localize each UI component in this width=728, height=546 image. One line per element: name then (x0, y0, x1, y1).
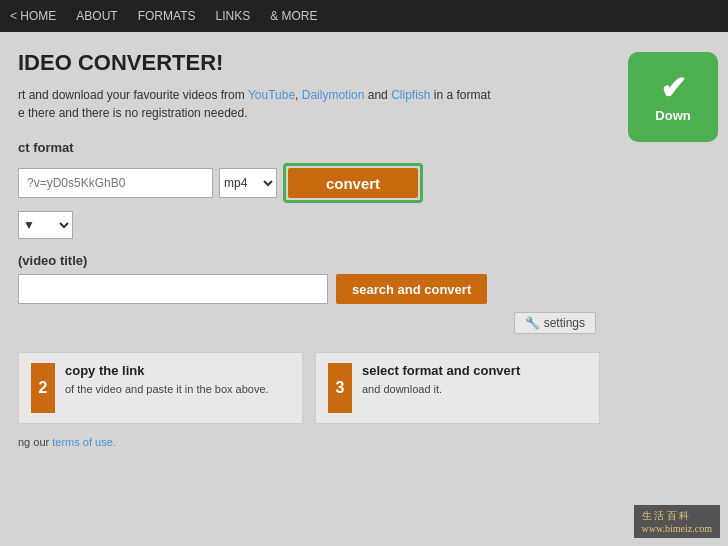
step-3-content: select format and convert and download i… (362, 363, 520, 397)
search-convert-button[interactable]: search and convert (336, 274, 487, 304)
nav-formats[interactable]: FORMATS (138, 9, 196, 23)
search-row: search and convert (18, 274, 600, 304)
nav-more[interactable]: & MORE (270, 9, 317, 23)
step-3-title: select format and convert (362, 363, 520, 378)
terms-link[interactable]: terms of use. (52, 436, 116, 448)
steps-row: 2 copy the link of the video and paste i… (18, 352, 600, 424)
settings-row: 🔧 settings (18, 312, 596, 334)
nav-links[interactable]: LINKS (215, 9, 250, 23)
section-label-format: ct format (18, 140, 600, 155)
step-2-title: copy the link (65, 363, 269, 378)
nav-about[interactable]: ABOUT (76, 9, 117, 23)
step-2-number: 2 (31, 363, 55, 413)
audio-row: ▼ (18, 211, 600, 239)
top-nav: < HOME ABOUT FORMATS LINKS & MORE (0, 0, 728, 32)
url-input[interactable] (18, 168, 213, 198)
download-label: Down (655, 108, 690, 123)
dailymotion-link[interactable]: Dailymotion (302, 88, 365, 102)
checkmark-icon: ✔ (660, 72, 687, 104)
terms-row: ng our terms of use. (18, 436, 600, 448)
clipfish-link[interactable]: Clipfish (391, 88, 430, 102)
step-3-box: 3 select format and convert and download… (315, 352, 600, 424)
settings-button[interactable]: 🔧 settings (514, 312, 596, 334)
format-select[interactable]: mp4 mp3 avi flv (219, 168, 277, 198)
search-input[interactable] (18, 274, 328, 304)
convert-button[interactable]: convert (288, 168, 418, 198)
watermark: 生 活 百 科 www.bimeiz.com (634, 505, 720, 538)
main-content: IDEO CONVERTER! rt and download your fav… (0, 32, 728, 546)
search-label: (video title) (18, 253, 600, 268)
step-3-number: 3 (328, 363, 352, 413)
youtube-link[interactable]: YouTube (248, 88, 295, 102)
description: rt and download your favourite videos fr… (18, 86, 600, 122)
page-title: IDEO CONVERTER! (18, 50, 600, 76)
right-panel: ✔ Down (618, 32, 728, 546)
nav-home[interactable]: < HOME (10, 9, 56, 23)
settings-label: settings (544, 316, 585, 330)
audio-select[interactable]: ▼ (18, 211, 73, 239)
step-2-description: of the video and paste it in the box abo… (65, 382, 269, 397)
step-2-box: 2 copy the link of the video and paste i… (18, 352, 303, 424)
step-2-content: copy the link of the video and paste it … (65, 363, 269, 397)
step-3-description: and download it. (362, 382, 520, 397)
watermark-line2: www.bimeiz.com (642, 523, 712, 534)
watermark-line1: 生 活 百 科 (642, 509, 712, 523)
convert-btn-wrapper: convert (283, 163, 423, 203)
download-button-big[interactable]: ✔ Down (628, 52, 718, 142)
wrench-icon: 🔧 (525, 316, 540, 330)
converter-row: mp4 mp3 avi flv convert (18, 163, 600, 203)
left-panel: IDEO CONVERTER! rt and download your fav… (0, 32, 618, 546)
